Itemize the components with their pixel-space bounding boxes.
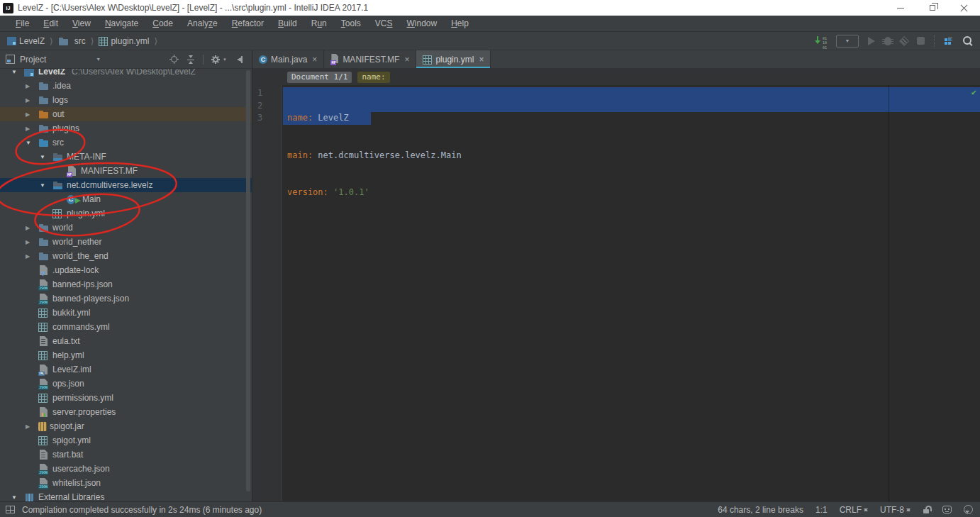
- project-structure-icon[interactable]: [944, 36, 953, 45]
- line-ending-selector[interactable]: CRLF: [840, 505, 868, 515]
- tree-expand-icon[interactable]: ▼: [26, 140, 38, 146]
- yaml-file-icon: [99, 37, 108, 46]
- close-button[interactable]: [948, 0, 980, 16]
- restore-button[interactable]: [916, 0, 948, 16]
- caret-position[interactable]: 1:1: [815, 505, 828, 515]
- tree-expand-icon[interactable]: ▼: [11, 69, 24, 75]
- tree-item-levelz-iml[interactable]: IML LevelZ.iml: [0, 362, 252, 377]
- tree-item-banned-ips-json[interactable]: JSON banned-ips.json: [0, 277, 252, 291]
- tree-expand-icon[interactable]: ▼: [40, 182, 52, 189]
- tree-item-manifest-mf[interactable]: MF MANIFEST.MF: [0, 164, 252, 178]
- tree-item-world[interactable]: ▶ world: [0, 221, 252, 235]
- tree-item-net-dcmultiverse-levelz[interactable]: ▼ net.dcmultiverse.levelz: [0, 178, 252, 192]
- menu-item-analyze[interactable]: Analyze: [180, 18, 225, 28]
- tree-collapse-icon[interactable]: ▶: [26, 253, 38, 260]
- tree-item-commands-yml[interactable]: commands.yml: [0, 320, 252, 334]
- tree-item-world-the-end[interactable]: ▶ world_the_end: [0, 249, 252, 263]
- tree-item-banned-players-json[interactable]: JSON banned-players.json: [0, 291, 252, 306]
- app-icon: IJ: [3, 3, 13, 13]
- tree-item-main-class[interactable]: C Main: [0, 192, 252, 206]
- tree-collapse-icon[interactable]: ▶: [26, 126, 38, 132]
- breadcrumb-src[interactable]: src: [74, 36, 86, 46]
- tree-collapse-icon[interactable]: ▶: [26, 225, 38, 231]
- tree-item-plugin-yml[interactable]: plugin.yml: [0, 206, 252, 221]
- update-project-icon[interactable]: 01 10 01: [815, 36, 827, 45]
- minimize-button[interactable]: [884, 0, 916, 16]
- tab-plugin-yml[interactable]: plugin.yml ×: [416, 50, 491, 68]
- breadcrumb-yaml-key[interactable]: name:: [357, 72, 389, 83]
- menu-item-view[interactable]: View: [65, 18, 98, 28]
- stop-button-disabled[interactable]: [917, 37, 925, 45]
- tree-item-update-lock[interactable]: .update-lock: [0, 263, 252, 277]
- gear-dropdown-icon[interactable]: ▼: [223, 57, 227, 62]
- menu-item-window[interactable]: Window: [399, 18, 444, 28]
- scroll-from-source-icon[interactable]: [169, 55, 179, 64]
- menu-item-refactor[interactable]: Refactor: [225, 18, 271, 28]
- tree-item-world-nether[interactable]: ▶ world_nether: [0, 235, 252, 249]
- menu-item-tools[interactable]: Tools: [334, 18, 368, 28]
- menu-item-code[interactable]: Code: [145, 18, 180, 28]
- tree-item-levelz-root[interactable]: ▼ LevelZ C:\Users\Alex W\Desktop\LevelZ: [0, 69, 252, 79]
- gear-icon[interactable]: [211, 55, 220, 64]
- readonly-lock-icon[interactable]: [923, 505, 930, 514]
- tree-item-logs[interactable]: ▶ logs: [0, 93, 252, 107]
- tree-collapse-icon[interactable]: ▶: [26, 97, 38, 104]
- search-everywhere-icon[interactable]: [962, 35, 973, 46]
- toolwindow-toggle-icon[interactable]: [6, 506, 15, 513]
- tree-collapse-icon[interactable]: ▶: [26, 239, 38, 245]
- tree-item-eula-txt[interactable]: eula.txt: [0, 334, 252, 348]
- encoding-selector[interactable]: UTF-8: [880, 505, 911, 515]
- run-button-disabled[interactable]: [868, 37, 875, 45]
- menu-item-file[interactable]: File: [9, 18, 36, 28]
- class-icon: C: [259, 55, 267, 64]
- tree-item-start-bat[interactable]: start.bat: [0, 447, 252, 462]
- tree-item-external-libraries[interactable]: ▼ External Libraries: [0, 490, 252, 501]
- tab-manifest-mf[interactable]: MF MANIFEST.MF ×: [324, 50, 416, 68]
- close-tab-icon[interactable]: ×: [404, 55, 409, 65]
- close-tab-icon[interactable]: ×: [312, 55, 317, 65]
- tree-collapse-icon[interactable]: ▶: [26, 111, 38, 118]
- menu-item-vcs[interactable]: VCS: [368, 18, 400, 28]
- tree-expand-icon[interactable]: ▼: [40, 154, 52, 160]
- navigation-bar: LevelZ ⟩ src ⟩ plugin.yml ⟩ 01 10 01 ▼: [0, 32, 980, 50]
- tree-item-spigot-jar[interactable]: ▶ spigot.jar: [0, 419, 252, 433]
- hide-panel-icon[interactable]: [235, 55, 243, 64]
- tree-item-ops-json[interactable]: JSON ops.json: [0, 377, 252, 391]
- tree-item-whitelist-json[interactable]: JSON whitelist.json: [0, 476, 252, 490]
- menu-item-build[interactable]: Build: [271, 18, 304, 28]
- project-tree-scrollbar[interactable]: [246, 70, 250, 491]
- tab-main-java[interactable]: C Main.java ×: [252, 50, 324, 68]
- breadcrumb-document[interactable]: Document 1/1: [287, 72, 352, 83]
- tree-item-help-yml[interactable]: help.yml: [0, 348, 252, 362]
- breadcrumb-project[interactable]: LevelZ: [19, 36, 45, 46]
- tree-collapse-icon[interactable]: ▶: [26, 423, 38, 430]
- project-panel-header: Project ▼ ▼: [0, 50, 252, 69]
- editor-code-area[interactable]: 1 2 3 name: LevelZ main: net.dcmultivers…: [252, 85, 980, 501]
- tree-item-bukkit-yml[interactable]: bukkit.yml: [0, 306, 252, 320]
- tree-item-out[interactable]: ▶ out: [0, 107, 252, 121]
- tree-item-permissions-yml[interactable]: permissions.yml: [0, 391, 252, 405]
- menu-item-help[interactable]: Help: [444, 18, 476, 28]
- tree-item-server-properties[interactable]: server.properties: [0, 405, 252, 419]
- event-log-icon[interactable]: [964, 505, 973, 514]
- json-file-icon: JSON: [38, 463, 50, 474]
- inspection-profile-icon[interactable]: [942, 506, 952, 514]
- tree-item-meta-inf[interactable]: ▼ META-INF: [0, 150, 252, 164]
- tree-item-idea[interactable]: ▶ .idea: [0, 79, 252, 93]
- tree-item-spigot-yml[interactable]: spigot.yml: [0, 433, 252, 447]
- view-type-dropdown-icon[interactable]: ▼: [96, 57, 101, 62]
- coverage-button-disabled[interactable]: [899, 35, 909, 45]
- menu-item-navigate[interactable]: Navigate: [98, 18, 145, 28]
- tree-expand-icon[interactable]: ▼: [11, 494, 24, 501]
- debug-button-disabled[interactable]: [884, 37, 891, 45]
- close-tab-icon[interactable]: ×: [479, 55, 484, 65]
- run-configuration-dropdown[interactable]: ▼: [836, 35, 859, 48]
- tree-item-plugins[interactable]: ▶ plugins: [0, 121, 252, 135]
- breadcrumb-plugin-yml[interactable]: plugin.yml: [111, 36, 149, 46]
- tree-collapse-icon[interactable]: ▶: [26, 83, 38, 89]
- menu-item-edit[interactable]: Edit: [36, 18, 65, 28]
- collapse-all-icon[interactable]: [186, 55, 195, 64]
- tree-item-usercache-json[interactable]: JSON usercache.json: [0, 462, 252, 476]
- tree-item-src[interactable]: ▼ src: [0, 135, 252, 150]
- menu-item-run[interactable]: Run: [304, 18, 334, 28]
